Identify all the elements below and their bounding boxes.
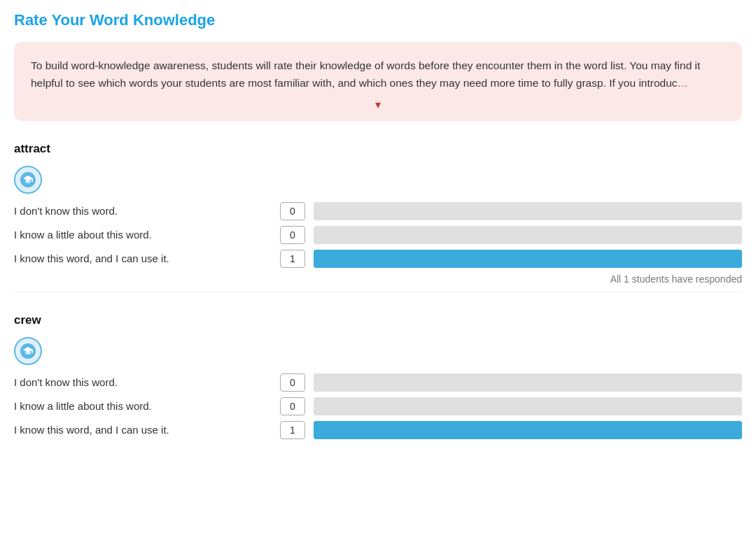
svg-point-3	[25, 180, 31, 183]
bar-container	[314, 397, 742, 415]
page-title: Rate Your Word Knowledge	[14, 11, 742, 29]
avatar	[14, 337, 42, 365]
avatar-row-crew	[14, 337, 742, 365]
expand-icon[interactable]: ▾	[31, 98, 725, 111]
word-section-crew: crew I don't know this word.0I know a li…	[14, 313, 742, 439]
response-label: I know a little about this word.	[14, 229, 280, 241]
bar-container	[314, 250, 742, 268]
bar-container	[314, 421, 742, 439]
word-title-crew: crew	[14, 313, 742, 327]
response-count: 0	[280, 202, 305, 220]
responded-text-attract: All 1 students have responded	[14, 273, 742, 285]
response-label: I don't know this word.	[14, 205, 280, 217]
response-row-crew-1: I know a little about this word.0	[14, 397, 742, 415]
avatar-row-attract	[14, 166, 742, 194]
response-count: 0	[280, 226, 305, 244]
bar-container	[314, 226, 742, 244]
info-box: To build word-knowledge awareness, stude…	[14, 42, 742, 121]
responses-crew: I don't know this word.0I know a little …	[14, 373, 742, 439]
bar-fill	[314, 421, 742, 439]
response-label: I know this word, and I can use it.	[14, 252, 280, 264]
response-row-attract-2: I know this word, and I can use it.1	[14, 250, 742, 268]
svg-rect-6	[31, 350, 33, 353]
response-label: I know this word, and I can use it.	[14, 424, 280, 436]
response-row-crew-2: I know this word, and I can use it.1	[14, 421, 742, 439]
response-count: 0	[280, 397, 305, 415]
svg-point-7	[25, 351, 31, 355]
word-section-attract: attract I don't know this word.0I know a…	[14, 142, 742, 292]
bar-fill	[314, 250, 742, 268]
words-container: attract I don't know this word.0I know a…	[14, 142, 742, 439]
response-count: 1	[280, 421, 305, 439]
avatar	[14, 166, 42, 194]
bar-container	[314, 373, 742, 392]
response-row-attract-1: I know a little about this word.0	[14, 226, 742, 244]
response-count: 0	[280, 373, 305, 392]
info-text: To build word-knowledge awareness, stude…	[31, 57, 725, 92]
response-label: I don't know this word.	[14, 376, 280, 388]
bar-container	[314, 202, 742, 220]
responses-attract: I don't know this word.0I know a little …	[14, 202, 742, 285]
response-label: I know a little about this word.	[14, 400, 280, 412]
response-row-crew-0: I don't know this word.0	[14, 373, 742, 392]
response-row-attract-0: I don't know this word.0	[14, 202, 742, 220]
response-count: 1	[280, 250, 305, 268]
word-title-attract: attract	[14, 142, 742, 156]
svg-rect-2	[31, 178, 33, 182]
